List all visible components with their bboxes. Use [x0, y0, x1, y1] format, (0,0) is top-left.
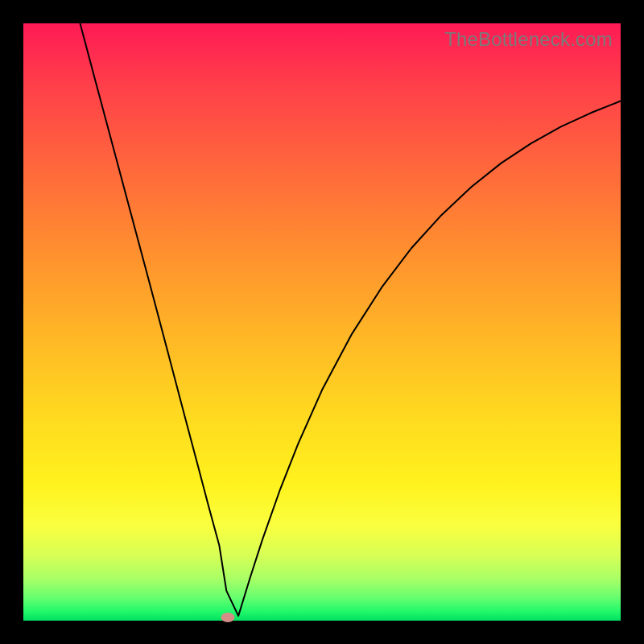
plot-area: TheBottleneck.com: [23, 23, 621, 621]
chart-frame: TheBottleneck.com: [0, 0, 644, 644]
minimum-marker: [221, 613, 234, 622]
curve-svg: [23, 23, 621, 621]
curve-path: [80, 23, 621, 616]
